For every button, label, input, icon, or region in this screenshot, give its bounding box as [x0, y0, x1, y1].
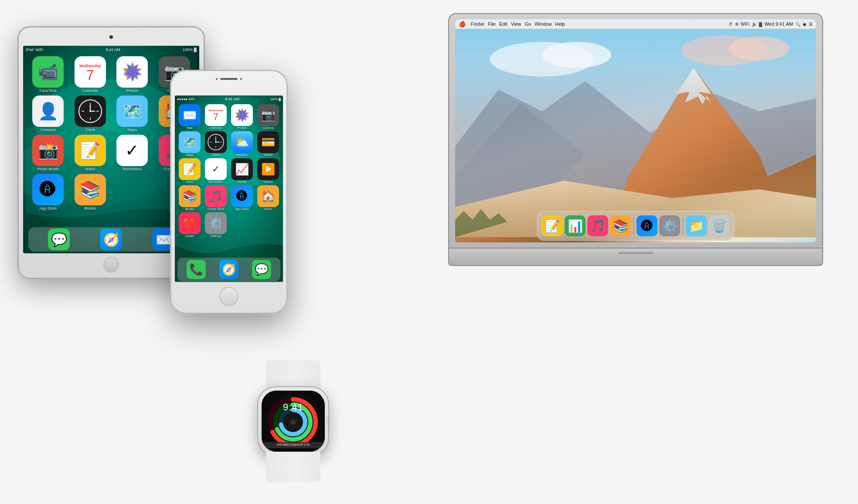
dock-app-sysprefs[interactable]: ⚙️: [659, 215, 680, 236]
iphone-wifi: WiFi: [188, 98, 194, 101]
iphone-app-reminders[interactable]: ✓ Reminders: [204, 158, 228, 184]
menubar-file[interactable]: File: [488, 21, 496, 27]
iphone-app-itunes[interactable]: 🎵 iTunes Store: [204, 185, 228, 211]
ipad-app-ibooks[interactable]: 📚 iBooks: [71, 174, 110, 211]
ipad-app-calendar[interactable]: Wednesday 7 Calendar: [71, 56, 110, 93]
iphone-app-videos[interactable]: ▶️ Videos: [256, 158, 280, 184]
dock-app-numbers[interactable]: 📊: [565, 215, 586, 236]
scene: 🍎 Finder File Edit View Go Window Help ⏱…: [0, 0, 858, 504]
watch-body: 9:41 2PM MEET SURYA AT GYM: [257, 386, 329, 456]
svg-point-2: [542, 42, 611, 68]
ipad-carrier: iPad: [26, 48, 34, 52]
iphone-camera-label: Camera: [263, 126, 274, 129]
ipad-maps-label: Maps: [127, 128, 137, 132]
iphone-app-ibooks[interactable]: 📚 iBooks: [177, 185, 202, 211]
iphone-home-button[interactable]: [219, 287, 238, 306]
ipad-dock-safari[interactable]: 🧭: [100, 228, 122, 250]
iphone-app-wallet[interactable]: 💳 Wallet: [256, 131, 280, 157]
macbook-hinge: [618, 252, 653, 254]
iphone-camera-dot: [216, 78, 218, 80]
menubar-datetime: Wed 9:41 AM: [764, 21, 793, 27]
dock-app-notes[interactable]: 📝: [542, 215, 563, 236]
dock-app-ibooks[interactable]: 📚: [610, 215, 631, 236]
ipad-app-contacts[interactable]: 👤 Contacts: [28, 95, 68, 132]
iphone-health-label: Health: [185, 235, 194, 238]
iphone-dock-phone[interactable]: 📞: [187, 260, 206, 279]
iphone-maps-icon: 🗺️: [179, 131, 201, 153]
svg-marker-18: [120, 61, 145, 85]
iphone-sensor-dot: [240, 78, 242, 80]
menubar-window[interactable]: Window: [535, 21, 552, 27]
iphone-app-settings[interactable]: ⚙️ Settings: [204, 212, 228, 238]
iphone-itunes-label: iTunes Store: [207, 208, 224, 211]
iphone-stocks-icon: 📈: [231, 158, 253, 180]
iphone-photos-icon: [231, 104, 253, 126]
menubar-help[interactable]: Help: [555, 21, 565, 27]
iphone-camera-icon: 📷: [257, 104, 279, 126]
ipad-calendar-icon: Wednesday 7: [75, 56, 106, 88]
ipad-app-clock[interactable]: Clock: [71, 95, 110, 132]
ipad-home-button[interactable]: [103, 257, 119, 272]
ipad-battery: 100% ▓: [183, 48, 197, 52]
macbook-screen: 🍎 Finder File Edit View Go Window Help ⏱…: [455, 19, 816, 242]
iphone-appstore-label: App Store: [235, 208, 249, 211]
iphone-health-icon: ❤️: [179, 212, 201, 234]
iphone-screen: ●●●●● WiFi 9:41 AM 100% ▓ ✉️ Mail Wednes…: [175, 95, 283, 282]
ipad-calendar-label: Calendar: [82, 89, 98, 93]
iphone-app-clock[interactable]: Clock: [204, 131, 228, 157]
iphone-videos-label: Videos: [263, 180, 272, 184]
ipad-app-photos[interactable]: Photos: [112, 56, 152, 93]
ipad-appstore-icon: 🅐: [32, 174, 64, 205]
dock-app-itunes[interactable]: 🎵: [587, 215, 608, 236]
iphone-dock-safari[interactable]: 🧭: [219, 260, 238, 279]
ipad-app-facetime[interactable]: 📹 FaceTime: [28, 56, 68, 93]
dock-app-trash[interactable]: 🗑️: [708, 215, 729, 236]
macbook-screen-bezel: 🍎 Finder File Edit View Go Window Help ⏱…: [455, 19, 816, 242]
menubar-siri-icon[interactable]: ◉: [803, 22, 807, 27]
iphone-dock-messages[interactable]: 💬: [252, 260, 271, 279]
watch-crown[interactable]: [327, 416, 329, 427]
iphone-calendar-label: Calendar: [210, 126, 222, 129]
dock-divider: [633, 217, 634, 235]
iphone-app-health[interactable]: ❤️ Health: [177, 212, 202, 238]
iphone-app-photos[interactable]: Photos: [230, 104, 254, 129]
iphone-home-icon: 🏠: [257, 185, 279, 207]
menubar-notification-icon[interactable]: ☰: [809, 22, 813, 27]
ipad-app-notes[interactable]: 📝 Notes: [71, 135, 110, 171]
macbook-base: [448, 249, 823, 266]
iphone-mail-icon: ✉️: [179, 104, 201, 126]
iphone-videos-icon: ▶️: [257, 158, 279, 180]
ipad-appstore-label: App Store: [39, 206, 57, 211]
iphone-clock-label: Clock: [212, 153, 220, 157]
dock-divider-2: [683, 217, 683, 235]
ipad-notes-label: Notes: [85, 167, 95, 171]
iphone-statusbar: ●●●●● WiFi 9:41 AM 100% ▓: [175, 95, 283, 102]
menubar-search-icon[interactable]: 🔍: [795, 22, 800, 27]
ipad-app-maps[interactable]: 🗺️ Maps: [112, 95, 152, 132]
iphone-app-appstore[interactable]: 🅐 App Store: [230, 185, 254, 211]
iphone-app-camera[interactable]: 📷 Camera: [256, 104, 280, 129]
iphone-app-stocks[interactable]: 📈 Stocks: [230, 158, 254, 184]
menubar-view[interactable]: View: [511, 21, 521, 27]
iphone-app-mail[interactable]: ✉️ Mail: [177, 104, 202, 129]
iphone-app-calendar[interactable]: Wednesday 7 Calendar: [204, 104, 228, 129]
iphone-app-home[interactable]: 🏠 Home: [256, 185, 280, 211]
iphone-battery: 100% ▓: [270, 98, 281, 101]
menubar-go[interactable]: Go: [525, 21, 531, 27]
ipad-app-reminders[interactable]: ✓ Reminders: [112, 135, 152, 171]
iphone-weather-label: Weather: [236, 153, 248, 157]
dock-app-finder[interactable]: 📁: [686, 215, 707, 236]
menubar-finder[interactable]: Finder: [471, 21, 484, 27]
iphone-app-notes[interactable]: 📝 Notes: [177, 158, 202, 184]
iphone-app-weather[interactable]: ⛅ Weather: [230, 131, 254, 157]
svg-point-49: [290, 419, 296, 425]
iphone-app-maps[interactable]: 🗺️ Maps: [177, 131, 202, 157]
ipad-app-photobooth[interactable]: 📸 Photo Booth: [28, 135, 68, 171]
ipad-app-appstore[interactable]: 🅐 App Store: [28, 174, 68, 211]
svg-point-4: [729, 36, 789, 61]
dock-app-appstore[interactable]: 🅐: [637, 215, 657, 236]
ipad-clock-icon: [75, 95, 106, 127]
iphone-stocks-label: Stocks: [237, 180, 246, 184]
ipad-dock-messages[interactable]: 💬: [48, 228, 70, 250]
menubar-edit[interactable]: Edit: [499, 21, 507, 27]
